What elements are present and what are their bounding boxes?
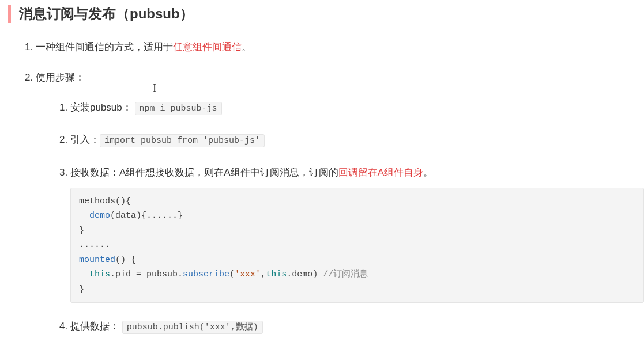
- item1-text-prefix: 一种组件间通信的方式，适用于: [36, 41, 173, 52]
- code-line: }: [79, 284, 84, 294]
- content-area: 一种组件间通信的方式，适用于任意组件间通信。 使用步骤： 安装pubsub： n…: [23, 39, 644, 338]
- item1-highlight: 任意组件间通信: [173, 41, 242, 52]
- code-token: () {: [115, 255, 136, 265]
- sub-item-publish: 提供数据： pubsub.publish('xxx',数据): [70, 318, 644, 336]
- list-item-1: 一种组件间通信的方式，适用于任意组件间通信。: [36, 39, 644, 56]
- item2-text: 使用步骤：: [36, 72, 85, 83]
- code-token: //订阅消息: [323, 269, 368, 279]
- sub-item-install: 安装pubsub： npm i pubsub-js: [70, 99, 644, 117]
- outer-list: 一种组件间通信的方式，适用于任意组件间通信。 使用步骤： 安装pubsub： n…: [23, 39, 644, 338]
- sub3-label: 接收数据：A组件想接收数据，则在A组件中订阅消息，订阅的: [70, 167, 338, 178]
- item1-text-suffix: 。: [242, 41, 251, 52]
- sub-item-import: 引入：import pubsub from 'pubsub-js': [70, 131, 644, 149]
- sub3-highlight: 回调留在A组件自身: [338, 167, 423, 178]
- code-token: .demo): [287, 269, 323, 279]
- code-token: .pid = pubsub.: [110, 269, 183, 279]
- code-token: ,: [261, 269, 266, 279]
- code-token: 'xxx': [235, 269, 261, 279]
- sub1-label: 安装pubsub：: [70, 102, 132, 113]
- inner-list: 安装pubsub： npm i pubsub-js 引入：import pubs…: [36, 99, 644, 338]
- code-block-receive: methods(){ demo(data){......} } ...... m…: [70, 188, 644, 303]
- section-heading: 消息订阅与发布（pubsub）: [8, 5, 644, 23]
- code-token: [79, 269, 89, 279]
- code-line: }: [79, 226, 84, 236]
- code-token: this: [266, 269, 287, 279]
- code-token: (data){......}: [110, 211, 183, 221]
- code-token: mounted: [79, 255, 115, 265]
- code-token: subscribe: [183, 269, 229, 279]
- code-token: this: [89, 269, 110, 279]
- list-item-2: 使用步骤： 安装pubsub： npm i pubsub-js 引入：impor…: [36, 70, 644, 338]
- code-line: ......: [79, 240, 110, 250]
- code-token: demo: [79, 211, 110, 221]
- sub1-code: npm i pubsub-js: [135, 102, 222, 115]
- sub2-code: import pubsub from 'pubsub-js': [100, 134, 265, 147]
- sub4-label: 提供数据：: [70, 321, 119, 332]
- sub4-code: pubsub.publish('xxx',数据): [122, 321, 263, 334]
- code-token: (: [229, 269, 235, 279]
- sub-item-receive: 接收数据：A组件想接收数据，则在A组件中订阅消息，订阅的回调留在A组件自身。 m…: [70, 164, 644, 303]
- sub2-label: 引入：: [70, 134, 100, 145]
- sub3-suffix: 。: [423, 167, 433, 178]
- code-line: methods(){: [79, 196, 131, 206]
